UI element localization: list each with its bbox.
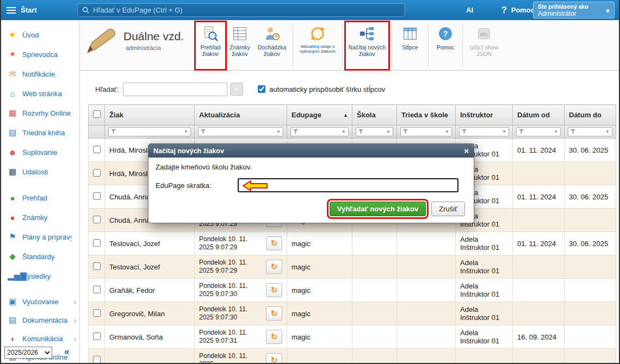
global-search-input[interactable] bbox=[93, 6, 400, 14]
refresh-selected-students-button[interactable]: Aktualizuj údaje o vybraných žiakoch bbox=[296, 22, 339, 69]
column-filter-dropdown[interactable]: ▼ bbox=[459, 127, 509, 136]
column-filter-dropdown[interactable]: ▼ bbox=[290, 127, 349, 136]
student-name-cell: Gregorovič, Milan bbox=[105, 302, 195, 325]
columns-button[interactable]: Stĺpce bbox=[395, 22, 425, 69]
students-attendance-button[interactable]: Dochádzka žiakov bbox=[255, 22, 289, 69]
refresh-row-button[interactable]: ↻ bbox=[266, 353, 282, 364]
sidebar-item-label: Dokumentácia bbox=[22, 316, 69, 324]
refresh-row-button[interactable]: ↻ bbox=[266, 306, 282, 321]
help-circle-icon: ? bbox=[437, 24, 454, 43]
column-filter-dropdown[interactable]: ▼ bbox=[356, 127, 393, 136]
clear-search-button[interactable]: × bbox=[230, 83, 243, 96]
edupage-skratka-input[interactable] bbox=[238, 178, 458, 192]
row-checkbox[interactable] bbox=[93, 332, 101, 340]
autofit-checkbox[interactable] bbox=[258, 85, 265, 93]
sidebar-item[interactable]: ▣ Vyučovanie › bbox=[1, 292, 79, 311]
help-label: Pomoc bbox=[511, 6, 535, 14]
toolbar-help-button[interactable]: ? Pomoc bbox=[432, 22, 459, 69]
column-header-datum-od[interactable]: Dátum od bbox=[513, 105, 565, 125]
column-filter-dropdown[interactable]: ▼ bbox=[568, 127, 612, 136]
student-row: Gregorovič, Milan Pondelok 10. 11. 2025 … bbox=[89, 302, 616, 325]
column-header-skola[interactable]: Škola bbox=[352, 105, 397, 125]
load-new-students-button[interactable]: Načítaj nových žiakov bbox=[346, 22, 388, 69]
column-header-instruktor[interactable]: Inštruktor bbox=[456, 105, 513, 125]
sidebar-item-label: Prehľad bbox=[22, 194, 71, 202]
column-header-aktualizacia[interactable]: Aktualizácia bbox=[195, 105, 287, 125]
school-year-select[interactable]: 2025/2026 bbox=[4, 347, 52, 359]
sidebar-item[interactable]: ✉ Notifikácie bbox=[1, 64, 79, 84]
search-new-students-button[interactable]: Vyhľadať nových žiakov bbox=[330, 202, 426, 216]
cancel-button[interactable]: Zrušiť bbox=[431, 202, 465, 216]
row-checkbox[interactable] bbox=[93, 239, 101, 247]
refresh-row-button[interactable]: ↻ bbox=[266, 260, 282, 274]
sidebar-item-icon: ✶ bbox=[8, 49, 17, 59]
sidebar-item[interactable]: ▤ Dokumentácia › bbox=[1, 311, 79, 329]
column-filter-dropdown[interactable]: ▼ bbox=[108, 127, 191, 136]
sidebar-item-icon: ⚑ bbox=[8, 232, 17, 242]
table-search-input[interactable] bbox=[123, 83, 227, 96]
help-button[interactable]: ? Pomoc bbox=[501, 0, 535, 20]
refresh-row-button[interactable]: ↻ bbox=[266, 330, 282, 344]
column-filter-dropdown[interactable]: ▼ bbox=[400, 127, 452, 136]
sidebar-item[interactable]: ★ Úvod bbox=[1, 25, 79, 45]
sidebar-item-icon: ▦ bbox=[8, 167, 17, 177]
column-filter-dropdown[interactable]: ▼ bbox=[198, 127, 283, 136]
sidebar-item[interactable]: ◆ Štandardy bbox=[1, 247, 79, 266]
sidebar-item[interactable]: ● Prehľad bbox=[1, 188, 79, 208]
refresh-row-button[interactable]: ↻ bbox=[266, 283, 282, 297]
edupage-cell: magic bbox=[287, 325, 352, 349]
start-menu-button[interactable]: Štart bbox=[7, 0, 37, 20]
ai-button[interactable]: AI bbox=[466, 0, 473, 20]
row-checkbox-cell bbox=[89, 232, 105, 255]
date-to-cell bbox=[565, 349, 616, 364]
sidebar-item[interactable]: ⌂ Web stránka bbox=[1, 84, 79, 103]
student-name-cell: Testovací, Jozef bbox=[105, 232, 195, 255]
sidebar-item-icon: ◗ bbox=[8, 334, 17, 343]
row-checkbox[interactable] bbox=[93, 216, 101, 223]
sidebar-item[interactable]: ▤ Triedna kniha bbox=[1, 123, 79, 142]
sidebar-item[interactable]: ● Známky bbox=[1, 208, 79, 227]
students-overview-button[interactable]: Prehľad žiakov bbox=[196, 22, 225, 69]
instructor-cell bbox=[456, 349, 513, 364]
sidebar-item[interactable]: ⚑ Plány a prípravy bbox=[1, 227, 79, 247]
row-checkbox[interactable] bbox=[93, 262, 101, 270]
sidebar-item[interactable]: ▦ Udalosti bbox=[1, 162, 79, 181]
row-checkbox-cell bbox=[89, 162, 105, 185]
sidebar-item[interactable]: ✶ Sprievodca bbox=[1, 45, 79, 64]
dialog-title-bar[interactable]: Načítaj nových žiakov × bbox=[148, 144, 474, 158]
row-checkbox[interactable] bbox=[93, 309, 101, 317]
close-icon[interactable]: × bbox=[464, 147, 469, 155]
column-filter-dropdown[interactable]: ▼ bbox=[516, 127, 561, 136]
column-header-edupage[interactable]: Edupage ▲ bbox=[287, 105, 352, 125]
column-header-ziak[interactable]: Žiak bbox=[105, 105, 195, 125]
row-checkbox[interactable] bbox=[93, 169, 101, 177]
column-header-trieda[interactable]: Trieda v škole bbox=[397, 105, 456, 125]
sidebar-item[interactable]: ◗ Komunikácia › bbox=[1, 329, 79, 348]
refresh-icon: ↻ bbox=[271, 262, 278, 272]
sidebar-item[interactable]: ☻ Suplovanie bbox=[1, 142, 79, 162]
filter-funnel-icon bbox=[293, 129, 298, 134]
sidebar-item[interactable]: ▦ Rozvrhy Online bbox=[1, 103, 79, 123]
sidebar-item-icon: ▂▅▇ bbox=[8, 271, 17, 281]
refresh-row-button[interactable]: ↻ bbox=[266, 236, 282, 250]
row-checkbox[interactable] bbox=[93, 286, 101, 293]
start-label: Štart bbox=[21, 6, 37, 14]
filter-funnel-icon bbox=[403, 129, 408, 134]
students-grades-button[interactable]: Známky žiakov bbox=[225, 22, 255, 69]
instructor-cell: Adela Inštruktor 01 bbox=[456, 232, 513, 255]
chevron-down-icon: ▼ bbox=[276, 129, 281, 134]
columns-table-icon bbox=[402, 24, 418, 43]
collapse-sidebar-button[interactable]: « bbox=[64, 346, 70, 357]
show-json-button[interactable]: aSc (aSc) show JSON bbox=[466, 22, 502, 69]
sidebar: ★ Úvod ✶ Sprievodca ✉ Notifikácie bbox=[1, 20, 80, 364]
row-checkbox[interactable] bbox=[93, 356, 101, 363]
user-menu[interactable]: Ste prihlásený ako Administrátor ▼ bbox=[533, 2, 615, 18]
row-checkbox[interactable] bbox=[93, 146, 101, 153]
sidebar-item-icon: ▣ bbox=[8, 297, 17, 306]
select-all-checkbox[interactable] bbox=[93, 110, 101, 118]
row-checkbox[interactable] bbox=[93, 192, 101, 200]
column-header-datum-do[interactable]: Dátum do bbox=[565, 105, 616, 125]
instructor-cell: Adela Inštruktor 01 bbox=[456, 279, 513, 302]
sidebar-item[interactable]: ▂▅▇ Výsledky bbox=[1, 266, 79, 286]
date-to-cell bbox=[565, 255, 616, 279]
